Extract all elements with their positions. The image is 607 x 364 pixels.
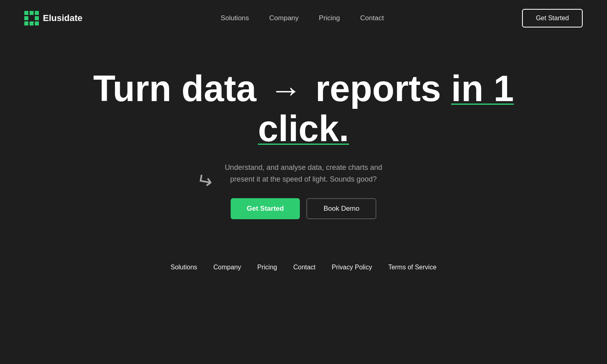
hero-heading-part1: Turn data xyxy=(93,68,266,109)
brand-name: Elusidate xyxy=(43,13,83,23)
navbar: Elusidate Solutions Company Pricing Cont… xyxy=(0,0,607,36)
hero-section: Turn data → reports in 1 click. ↵ Unders… xyxy=(0,36,607,219)
hero-subtext-container: ↵ Understand, and analyse data, create c… xyxy=(225,162,382,185)
curved-arrow-icon: ↵ xyxy=(194,165,215,198)
footer-link-terms-of-service[interactable]: Terms of Service xyxy=(388,264,436,271)
footer: Solutions Company Pricing Contact Privac… xyxy=(0,264,607,271)
hero-arrow: → xyxy=(270,72,302,108)
svg-rect-6 xyxy=(30,21,34,25)
footer-link-pricing[interactable]: Pricing xyxy=(257,264,277,271)
nav-item-contact[interactable]: Contact xyxy=(360,14,384,22)
hero-book-demo-button[interactable]: Book Demo xyxy=(306,198,376,219)
footer-link-company[interactable]: Company xyxy=(213,264,241,271)
hero-subtext: Understand, and analyse data, create cha… xyxy=(225,162,382,185)
svg-rect-7 xyxy=(35,21,39,25)
hero-buttons: Get Started Book Demo xyxy=(231,198,376,219)
svg-rect-3 xyxy=(24,16,28,20)
nav-link-contact[interactable]: Contact xyxy=(360,14,384,22)
logo[interactable]: Elusidate xyxy=(24,11,83,25)
svg-rect-4 xyxy=(35,16,39,20)
hero-heading: Turn data → reports in 1 click. xyxy=(81,69,526,149)
logo-icon xyxy=(24,11,39,25)
nav-link-solutions[interactable]: Solutions xyxy=(221,14,249,22)
nav-get-started-button[interactable]: Get Started xyxy=(522,9,583,28)
nav-links: Solutions Company Pricing Contact xyxy=(221,14,384,22)
hero-heading-part2: reports xyxy=(316,68,451,109)
nav-link-pricing[interactable]: Pricing xyxy=(319,14,340,22)
footer-link-privacy-policy[interactable]: Privacy Policy xyxy=(332,264,372,271)
svg-rect-0 xyxy=(24,11,28,15)
footer-link-solutions[interactable]: Solutions xyxy=(170,264,197,271)
svg-rect-1 xyxy=(30,11,34,15)
nav-item-company[interactable]: Company xyxy=(269,14,299,22)
svg-rect-5 xyxy=(24,21,28,25)
nav-item-solutions[interactable]: Solutions xyxy=(221,14,249,22)
svg-rect-2 xyxy=(35,11,39,15)
footer-link-contact[interactable]: Contact xyxy=(293,264,316,271)
nav-link-company[interactable]: Company xyxy=(269,14,299,22)
hero-get-started-button[interactable]: Get Started xyxy=(231,198,300,219)
nav-item-pricing[interactable]: Pricing xyxy=(319,14,340,22)
